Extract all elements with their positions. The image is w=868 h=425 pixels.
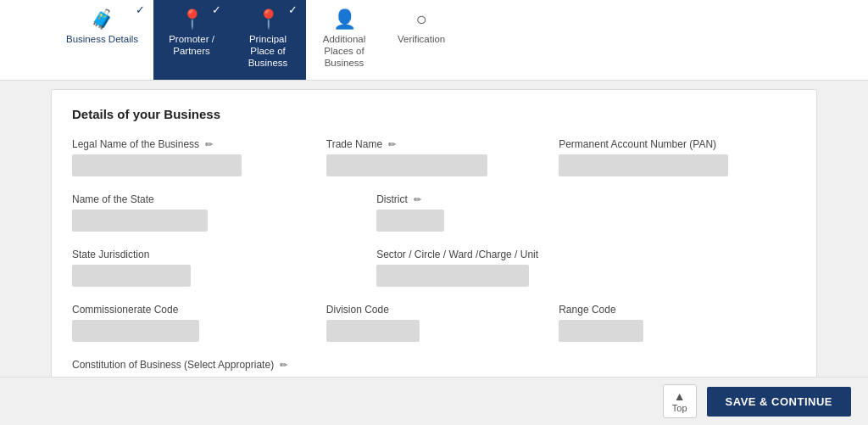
- principal-icon: 📍: [257, 8, 280, 31]
- division-label: Division Code: [326, 304, 542, 316]
- sector-value: [376, 265, 529, 287]
- form-row-4: Commissionerate Code Division Code Range…: [72, 304, 796, 342]
- trade-name-label: Trade Name ✏: [326, 138, 542, 150]
- arrow-up-icon: ▲: [674, 389, 686, 403]
- division-field: Division Code: [326, 304, 542, 342]
- state-jurisdiction-label: State Jurisdiction: [72, 249, 359, 260]
- constitution-label: Constitution of Business (Select Appropr…: [72, 359, 796, 371]
- form-row-2: Name of the State District ✏: [72, 193, 796, 232]
- tab-verification[interactable]: ○ Verification: [382, 0, 460, 80]
- trade-name-value: [326, 154, 487, 176]
- pan-label: Permanent Account Number (PAN): [559, 138, 796, 150]
- tab-additional-places[interactable]: 👤 AdditionalPlaces ofBusiness: [306, 0, 382, 80]
- sector-label: Sector / Circle / Ward /Charge / Unit: [376, 249, 664, 260]
- pan-value: [559, 154, 728, 176]
- bottom-bar: ▲ Top SAVE & CONTINUE: [0, 377, 868, 425]
- state-jurisdiction-value: [72, 265, 191, 287]
- range-label: Range Code: [559, 304, 796, 316]
- legal-name-label: Legal Name of the Business ✏: [72, 138, 309, 150]
- commissionerate-label: Commissionerate Code: [72, 304, 309, 316]
- state-name-value: [72, 210, 208, 232]
- form-row-3: State Jurisdiction Sector / Circle / War…: [72, 249, 796, 287]
- legal-name-value: [72, 154, 242, 176]
- district-field: District ✏: [376, 193, 664, 232]
- state-name-field: Name of the State: [72, 193, 359, 232]
- commissionerate-value: [72, 320, 199, 342]
- top-label: Top: [672, 403, 687, 413]
- pan-field: Permanent Account Number (PAN): [559, 138, 796, 176]
- edit-icon[interactable]: ✏: [280, 360, 287, 370]
- verification-icon: ○: [416, 8, 427, 31]
- range-field: Range Code: [559, 304, 796, 342]
- check-icon: ✓: [288, 3, 298, 16]
- tab-business-details[interactable]: ✓ 🧳 Business Details: [51, 0, 153, 80]
- district-label: District ✏: [376, 193, 664, 205]
- business-icon: 🧳: [91, 8, 114, 31]
- additional-icon: 👤: [333, 8, 356, 31]
- promoter-icon: 📍: [181, 8, 203, 31]
- form-row-1: Legal Name of the Business ✏ Trade Name …: [72, 138, 796, 176]
- state-jurisdiction-field: State Jurisdiction: [72, 249, 359, 287]
- section-title: Details of your Business: [72, 107, 796, 121]
- main-content: Details of your Business Legal Name of t…: [51, 89, 817, 425]
- edit-icon[interactable]: ✏: [388, 139, 396, 149]
- edit-icon[interactable]: ✏: [205, 139, 213, 149]
- division-value: [326, 320, 420, 342]
- tab-label: Business Details: [66, 34, 138, 46]
- commissionerate-field: Commissionerate Code: [72, 304, 309, 342]
- tab-label: AdditionalPlaces ofBusiness: [323, 34, 366, 69]
- top-button[interactable]: ▲ Top: [663, 384, 697, 418]
- tab-label: Verification: [398, 34, 445, 46]
- save-continue-button[interactable]: SAVE & CONTINUE: [707, 387, 851, 417]
- tab-bar: ✓ 🧳 Business Details ✓ 📍 Promoter /Partn…: [0, 0, 868, 81]
- edit-icon[interactable]: ✏: [414, 194, 421, 204]
- tab-principal-place[interactable]: ✓ 📍 PrincipalPlace ofBusiness: [230, 0, 306, 80]
- check-icon: ✓: [212, 3, 221, 16]
- trade-name-field: Trade Name ✏: [326, 138, 542, 176]
- tab-promoter-partners[interactable]: ✓ 📍 Promoter /Partners: [153, 0, 230, 80]
- sector-field: Sector / Circle / Ward /Charge / Unit: [376, 249, 664, 287]
- tab-label: PrincipalPlace ofBusiness: [248, 34, 288, 69]
- check-icon: ✓: [136, 3, 145, 16]
- range-value: [559, 320, 643, 342]
- state-name-label: Name of the State: [72, 193, 359, 205]
- district-value: [376, 210, 444, 232]
- legal-name-field: Legal Name of the Business ✏: [72, 138, 309, 176]
- tab-label: Promoter /Partners: [169, 34, 214, 58]
